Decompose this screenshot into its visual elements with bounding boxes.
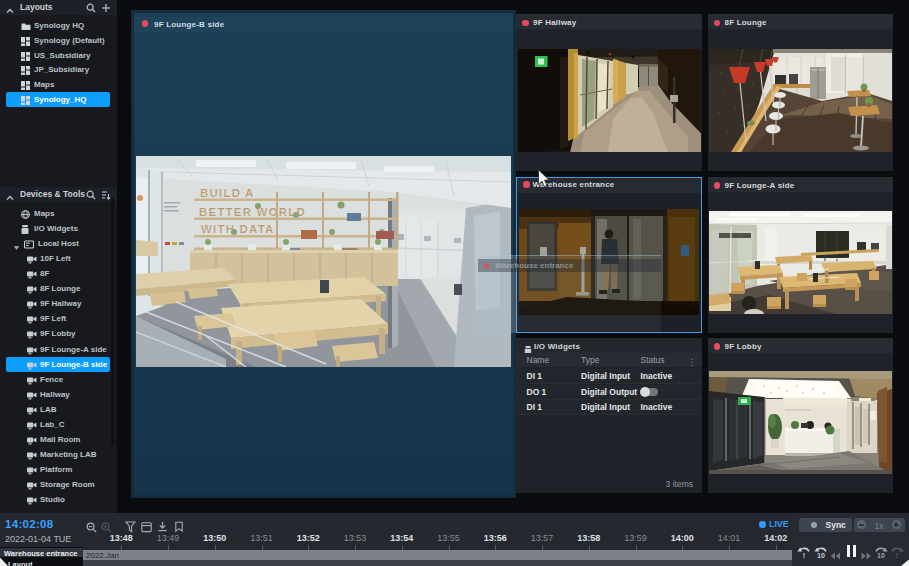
svg-text:!: ! bbox=[803, 551, 806, 559]
svg-text:10: 10 bbox=[817, 552, 825, 559]
svg-text:!: ! bbox=[896, 551, 899, 559]
svg-text:10: 10 bbox=[877, 552, 885, 559]
